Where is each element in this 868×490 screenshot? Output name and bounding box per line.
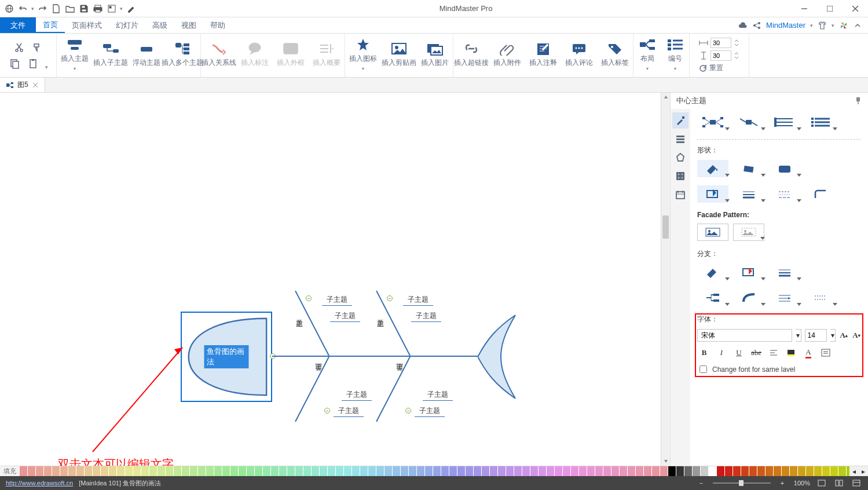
color-swatch[interactable] bbox=[158, 466, 166, 476]
strikethrough-button[interactable]: abe bbox=[749, 346, 763, 359]
insert-attachment-button[interactable]: 插入附件 bbox=[489, 34, 525, 75]
width-input[interactable] bbox=[710, 38, 731, 48]
color-swatch[interactable] bbox=[295, 466, 303, 476]
brand-link[interactable]: MindMaster bbox=[766, 21, 805, 30]
color-swatch[interactable] bbox=[838, 466, 847, 476]
color-swatch[interactable] bbox=[474, 466, 482, 476]
subtopic-label[interactable]: 子主题 bbox=[415, 405, 445, 417]
color-swatch[interactable] bbox=[198, 466, 206, 476]
branch-fill-option[interactable] bbox=[697, 264, 728, 281]
fill-option[interactable] bbox=[697, 160, 728, 177]
color-swatch[interactable] bbox=[522, 466, 530, 476]
increase-font-button[interactable]: A▴ bbox=[839, 329, 848, 342]
color-swatch[interactable] bbox=[506, 466, 514, 476]
color-swatch[interactable] bbox=[190, 466, 198, 476]
color-swatch[interactable] bbox=[36, 466, 44, 476]
color-swatch[interactable] bbox=[782, 466, 790, 476]
color-swatch[interactable] bbox=[676, 466, 684, 476]
share-icon[interactable] bbox=[752, 21, 761, 30]
insert-multi-topic-button[interactable]: 插入多个主题 bbox=[164, 34, 200, 75]
color-swatch[interactable] bbox=[571, 466, 579, 476]
color-swatch[interactable] bbox=[822, 466, 830, 476]
color-swatch[interactable] bbox=[660, 466, 668, 476]
color-swatch[interactable] bbox=[814, 466, 822, 476]
color-swatch[interactable] bbox=[125, 466, 133, 476]
panel-tab-list[interactable] bbox=[672, 131, 688, 147]
floating-topic-button[interactable]: 浮动主题 bbox=[129, 34, 164, 75]
branch-style-option[interactable] bbox=[697, 289, 728, 306]
insert-tag-button[interactable]: 插入标签 bbox=[597, 34, 633, 75]
font-color-button[interactable]: A bbox=[801, 346, 815, 359]
subtopic-label[interactable]: 子主题 bbox=[334, 405, 364, 417]
layout-button[interactable]: 布局▾ bbox=[633, 34, 661, 75]
color-swatch[interactable] bbox=[547, 466, 555, 476]
open-icon[interactable] bbox=[64, 3, 76, 14]
copy-icon[interactable] bbox=[8, 57, 22, 70]
color-swatch[interactable] bbox=[652, 466, 660, 476]
globe-icon[interactable] bbox=[3, 3, 15, 14]
corner-option[interactable] bbox=[805, 185, 836, 203]
collapse-ribbon-icon[interactable] bbox=[853, 21, 862, 30]
border-color-option[interactable] bbox=[697, 185, 728, 203]
color-swatch[interactable] bbox=[28, 466, 36, 476]
color-swatch[interactable] bbox=[806, 466, 814, 476]
subtopic-label[interactable]: 子主题 bbox=[411, 310, 441, 322]
color-swatch[interactable] bbox=[579, 466, 587, 476]
color-swatch[interactable] bbox=[20, 466, 28, 476]
color-swatch[interactable] bbox=[620, 466, 628, 476]
font-family-caret[interactable]: ▾ bbox=[796, 329, 801, 342]
panel-tab-brush[interactable] bbox=[672, 112, 688, 129]
color-swatch[interactable] bbox=[466, 466, 474, 476]
collapse-icon[interactable] bbox=[405, 408, 411, 414]
facade-option[interactable] bbox=[733, 224, 764, 241]
insert-relation-button[interactable]: 插入关系线 bbox=[201, 34, 237, 75]
color-swatch[interactable] bbox=[725, 466, 733, 476]
color-swatch[interactable] bbox=[790, 466, 798, 476]
vertical-scrollbar[interactable] bbox=[661, 93, 670, 466]
color-swatch[interactable] bbox=[263, 466, 271, 476]
color-swatch[interactable] bbox=[352, 466, 360, 476]
color-swatch[interactable] bbox=[76, 466, 85, 476]
save-icon[interactable] bbox=[78, 3, 90, 14]
color-swatch[interactable] bbox=[85, 466, 93, 476]
color-swatch[interactable] bbox=[141, 466, 149, 476]
tab-home[interactable]: 首页 bbox=[36, 17, 65, 33]
color-swatch[interactable] bbox=[368, 466, 376, 476]
scroll-thumb[interactable] bbox=[662, 215, 669, 239]
color-swatch[interactable] bbox=[360, 466, 368, 476]
color-swatch[interactable] bbox=[603, 466, 611, 476]
layout-option[interactable] bbox=[805, 114, 836, 131]
color-swatch[interactable] bbox=[393, 466, 401, 476]
numbering-button[interactable]: 编号▾ bbox=[661, 34, 689, 75]
color-swatch[interactable] bbox=[44, 466, 52, 476]
color-swatch[interactable] bbox=[166, 466, 174, 476]
redo-icon[interactable] bbox=[36, 3, 48, 14]
color-swatch[interactable] bbox=[376, 466, 384, 476]
stepper-icon[interactable] bbox=[734, 39, 739, 47]
color-swatch[interactable] bbox=[384, 466, 393, 476]
canvas[interactable]: 鱼骨图的画法 主题 子主题 子主题 主题 子主题 子主题 主题 bbox=[0, 93, 661, 466]
decrease-font-button[interactable]: A▾ bbox=[852, 329, 861, 342]
file-menu-button[interactable]: 文件 bbox=[0, 17, 36, 33]
color-swatch[interactable] bbox=[328, 466, 336, 476]
subtopic-label[interactable]: 子主题 bbox=[322, 294, 352, 306]
central-topic-text[interactable]: 鱼骨图的画法 bbox=[204, 345, 249, 368]
insert-hyperlink-button[interactable]: 插入超链接 bbox=[453, 34, 489, 75]
branch-arrow-option[interactable] bbox=[769, 289, 800, 306]
insert-icon-button[interactable]: 插入图标▾ bbox=[345, 34, 381, 75]
subtopic-label[interactable]: 子主题 bbox=[423, 389, 453, 401]
color-swatch[interactable] bbox=[798, 466, 806, 476]
color-swatch[interactable] bbox=[417, 466, 425, 476]
view-mode-2-icon[interactable] bbox=[833, 477, 845, 489]
zoom-in-button[interactable]: + bbox=[777, 477, 788, 489]
color-swatch[interactable] bbox=[344, 466, 352, 476]
font-size-input[interactable] bbox=[805, 329, 827, 342]
subtopic-label[interactable]: 子主题 bbox=[342, 389, 372, 401]
color-swatch[interactable] bbox=[693, 466, 701, 476]
same-level-checkbox[interactable]: Change font for same lavel bbox=[697, 364, 861, 375]
color-swatch[interactable] bbox=[303, 466, 312, 476]
color-swatch[interactable] bbox=[668, 466, 676, 476]
tab-advanced[interactable]: 高级 bbox=[145, 17, 174, 33]
subtopic-label[interactable]: 子主题 bbox=[330, 310, 360, 322]
insert-clipart-button[interactable]: 插入剪贴画 bbox=[381, 34, 417, 75]
